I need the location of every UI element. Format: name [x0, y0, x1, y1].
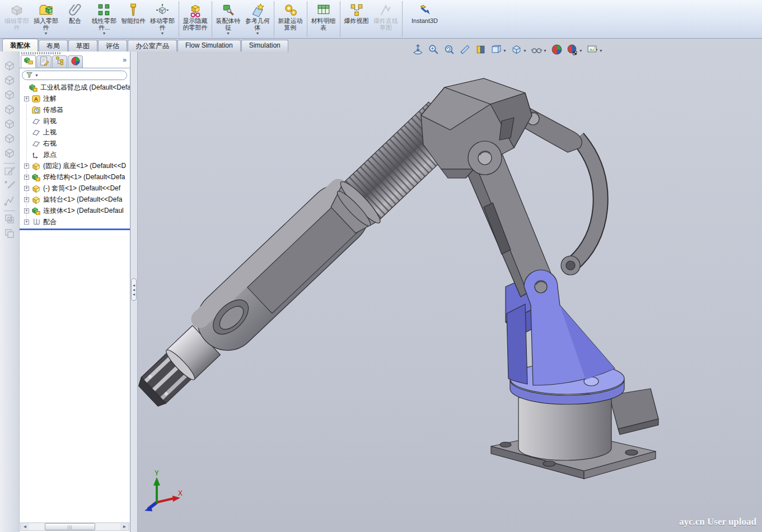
scroll-thumb[interactable]: ||| — [45, 523, 95, 530]
dropdown-caret-icon[interactable]: ▼ — [44, 31, 48, 35]
tree-filter[interactable]: ▼ — [22, 71, 127, 80]
back-view[interactable] — [2, 74, 17, 88]
bottom-view[interactable] — [2, 132, 17, 147]
viewport-zoom-to-area[interactable]: ▼ — [427, 43, 441, 58]
tree-root-assembly[interactable]: + 工业机器臂总成 (Default<Defa — [20, 82, 130, 93]
divider[interactable] — [2, 209, 17, 213]
select-body[interactable] — [2, 227, 17, 242]
expand-toggle-icon[interactable]: + — [24, 208, 29, 213]
tree-component-sleeve[interactable]: + (-) 套筒<1> (Default<<Def — [20, 183, 130, 194]
viewport-hide-show-items[interactable]: ▼ — [530, 43, 548, 58]
tree-component-weld-gun[interactable]: + 焊枪结构<1> (Default<Defa — [20, 171, 130, 183]
toolbar-button-icon — [283, 3, 298, 17]
left-view[interactable] — [2, 88, 17, 103]
show-hidden-components[interactable]: 显示隐藏的零部件 ▼ — [179, 1, 210, 37]
right-view[interactable] — [2, 103, 17, 118]
scroll-track[interactable]: ||| — [29, 523, 120, 530]
viewport-zoom-to-fit[interactable]: ▼ — [411, 43, 425, 58]
feature-manager-panel: » ▼ + 工业机器臂总成 (Default<Defa + A 注解 + 传感器… — [20, 52, 130, 532]
edit-component[interactable]: 编辑零部件 ▼ — [2, 1, 31, 37]
tab-assembly[interactable]: 装配体 — [2, 39, 38, 52]
propertymanager-tab[interactable] — [36, 55, 52, 68]
3d-sketch[interactable] — [2, 180, 17, 194]
top-view[interactable] — [2, 118, 17, 132]
instant3d[interactable]: Instant3D ▼ — [402, 1, 446, 37]
manager-tab-icon — [71, 56, 81, 68]
tree-item-label: 右视 — [43, 139, 57, 148]
dropdown-caret-icon[interactable]: ▼ — [102, 31, 106, 35]
graphics-viewport[interactable]: Y X ▼ ▼ ▼ ▼ ▼ ▼ ▼ ▼ ▼ ▼ — [138, 39, 762, 532]
insert-component[interactable]: 插入零部件 ▼ — [31, 1, 60, 37]
viewport-section-view[interactable]: ▼ — [458, 43, 472, 58]
robot-arm-model[interactable]: Y X — [138, 39, 762, 532]
expand-toggle-icon[interactable]: + — [24, 164, 29, 169]
expand-toggle-icon[interactable]: + — [24, 220, 29, 225]
manager-tabs-overflow[interactable]: » — [123, 56, 127, 64]
expand-toggle-icon[interactable]: + — [24, 186, 29, 191]
isometric-view[interactable] — [2, 147, 17, 161]
filter-dropdown-caret[interactable]: ▼ — [35, 73, 39, 77]
expand-toggle-icon[interactable]: + — [24, 175, 29, 180]
splitter-collapse-handle[interactable]: ◄◄◄ — [131, 278, 137, 301]
tab-evaluate[interactable]: 评估 — [98, 40, 127, 52]
select-component[interactable] — [2, 213, 17, 227]
move-component[interactable]: 移动零部件 ▼ — [148, 1, 177, 37]
viewport-apply-scene[interactable]: ▼ — [565, 43, 584, 58]
displaymanager-tab[interactable] — [68, 55, 83, 68]
viewport-previous-view[interactable]: ▼ — [442, 43, 456, 58]
bill-of-materials[interactable]: 材料明细表 ▼ — [307, 1, 338, 37]
expand-toggle-icon[interactable]: + — [24, 96, 29, 101]
dropdown-caret-icon[interactable]: ▼ — [503, 49, 507, 53]
tree-component-turntable[interactable]: + 旋转台<1> (Default<<Defa — [20, 194, 130, 205]
tree-origin[interactable]: + 原点 — [20, 149, 130, 160]
reference-geometry[interactable]: 参考几何体 ▼ — [243, 1, 272, 37]
assembly-features[interactable]: 装配体特征 ▼ — [212, 1, 243, 37]
sketch[interactable] — [2, 165, 17, 180]
linear-component-pattern[interactable]: 线性零部件... ▼ — [90, 1, 119, 37]
dropdown-caret-icon[interactable]: ▼ — [226, 31, 230, 35]
explode-line-sketch[interactable]: 爆炸直线草图 ▼ — [371, 1, 400, 37]
tab-office-products[interactable]: 办公室产品 — [128, 40, 177, 52]
expand-toggle-icon[interactable]: + — [24, 197, 29, 202]
viewport-view-orientation[interactable]: ▼ — [489, 43, 508, 58]
tree-right-plane[interactable]: + 右视 — [20, 138, 130, 149]
tab-simulation[interactable]: Simulation — [241, 40, 288, 52]
tree-front-plane[interactable]: + 前视 — [20, 115, 130, 127]
panel-splitter[interactable]: ◄◄◄ — [130, 52, 138, 532]
front-view[interactable] — [2, 59, 17, 74]
scroll-right-arrow[interactable]: ► — [120, 523, 129, 530]
viewport-view-settings[interactable]: ▼ — [586, 43, 604, 58]
dropdown-caret-icon[interactable]: ▼ — [256, 31, 260, 35]
tree-component-base[interactable]: + (固定) 底座<1> (Default<<D — [20, 160, 130, 171]
panel-horizontal-scrollbar[interactable]: ◄ ||| ► — [20, 522, 129, 531]
new-motion-study[interactable]: 新建运动算例 ▼ — [274, 1, 305, 37]
divider[interactable] — [2, 161, 17, 165]
dropdown-caret-icon[interactable]: ▼ — [543, 49, 547, 53]
rollback-bar[interactable] — [20, 228, 130, 230]
exploded-view[interactable]: 爆炸视图 ▼ — [340, 1, 371, 37]
dropdown-caret-icon[interactable]: ▼ — [599, 49, 603, 53]
dropdown-caret-icon[interactable]: ▼ — [579, 49, 583, 53]
tree-component-connector[interactable]: + 连接体<1> (Default<Defaul — [20, 205, 130, 216]
tree-mates[interactable]: + 配合 — [20, 216, 130, 227]
dropdown-caret-icon[interactable]: ▼ — [523, 49, 527, 53]
left-toolbar-icon — [3, 180, 16, 194]
viewport-3d-drawing-view[interactable]: ▼ — [474, 43, 488, 58]
tree-sensors[interactable]: + 传感器 — [20, 104, 130, 115]
tree-annotations[interactable]: + A 注解 — [20, 93, 130, 104]
featuremanager-tab[interactable] — [21, 55, 36, 68]
toolbar-button-label: 参考几何体 — [243, 18, 272, 31]
panel-grip[interactable] — [21, 52, 60, 54]
smart-fasteners[interactable]: 智能扣件 ▼ — [119, 1, 148, 37]
tab-flow-simulation[interactable]: Flow Simulation — [177, 40, 241, 52]
scroll-left-arrow[interactable]: ◄ — [21, 523, 29, 530]
tab-sketch[interactable]: 草图 — [68, 40, 97, 52]
tab-layout[interactable]: 布局 — [39, 40, 68, 52]
tree-top-plane[interactable]: + 上视 — [20, 127, 130, 138]
viewport-display-style[interactable]: ▼ — [509, 43, 528, 58]
dropdown-caret-icon[interactable]: ▼ — [161, 31, 165, 35]
rapid-sketch[interactable] — [2, 194, 17, 209]
viewport-edit-appearance[interactable]: ▼ — [550, 43, 564, 58]
mate[interactable]: 配合 ▼ — [60, 1, 90, 37]
configurationmanager-tab[interactable] — [52, 55, 67, 68]
